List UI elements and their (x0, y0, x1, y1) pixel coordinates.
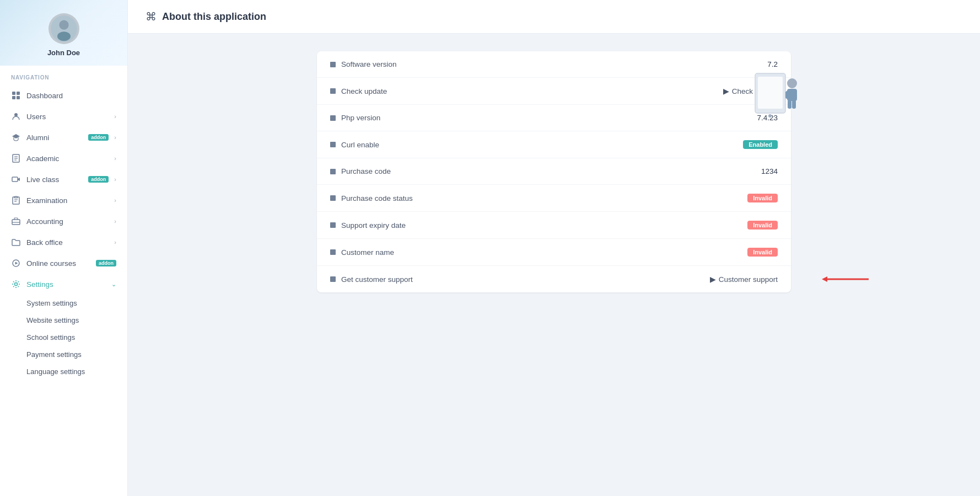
sidebar-item-settings[interactable]: Settings ⌄ (0, 274, 127, 295)
addon-badge-live-class: addon (88, 176, 109, 183)
bullet-icon (330, 222, 336, 228)
sidebar-item-live-class[interactable]: Live class addon › (0, 169, 127, 190)
command-icon: ⌘ (146, 10, 157, 23)
bullet-icon (330, 142, 336, 147)
page-title: About this application (162, 11, 266, 23)
row-php-version: Php version 7.4.23 (317, 105, 791, 131)
chevron-right-icon-accounting: › (114, 218, 116, 225)
page-header: ⌘ About this application (128, 0, 980, 34)
badge-enabled: Enabled (743, 140, 778, 149)
content-area: Software version 7.2 Check update ▶ Chec… (128, 34, 980, 310)
row-purchase-code-status: Purchase code status Invalid (317, 185, 791, 212)
addon-badge-online-courses: addon (96, 260, 116, 266)
svg-rect-29 (792, 100, 796, 109)
bullet-icon (330, 62, 336, 67)
bullet-icon (330, 249, 336, 255)
svg-rect-5 (12, 96, 15, 99)
sidebar-item-accounting[interactable]: Accounting › (0, 211, 127, 232)
sidebar-subitem-language-settings[interactable]: Language settings (0, 363, 127, 380)
bullet-icon (330, 115, 336, 121)
video-icon (11, 174, 21, 184)
main-content: ⌘ About this application (128, 0, 980, 496)
person-icon (11, 111, 21, 121)
sidebar-item-academic[interactable]: Academic › (0, 148, 127, 169)
badge-purchase-code-status: Invalid (747, 194, 778, 202)
sidebar-item-examination[interactable]: Examination › (0, 190, 127, 211)
sidebar-item-label-settings: Settings (26, 280, 106, 289)
sidebar-subitem-website-settings[interactable]: Website settings (0, 312, 127, 329)
label-support-expiry-date: Support expiry date (330, 221, 406, 230)
sidebar-item-label-online-courses: Online courses (26, 259, 90, 268)
nav-section-label: NAVIGATION (0, 66, 127, 85)
bullet-icon (330, 169, 336, 174)
svg-point-2 (57, 31, 71, 41)
chevron-right-icon-alumni: › (114, 134, 116, 141)
sidebar-subitem-system-settings[interactable]: System settings (0, 295, 127, 312)
svg-rect-3 (12, 92, 15, 95)
customer-support-button[interactable]: ▶ Customer support (710, 275, 778, 284)
bullet-icon (330, 195, 336, 201)
label-curl-enable: Curl enable (330, 141, 379, 149)
chevron-right-icon-live-class: › (114, 176, 116, 183)
value-php-version: 7.4.23 (757, 114, 778, 122)
svg-marker-31 (822, 276, 827, 282)
badge-customer-name: Invalid (747, 248, 778, 257)
chevron-right-icon-back-office: › (114, 239, 116, 246)
annotation-arrow (822, 273, 871, 285)
sidebar-item-label-users: Users (26, 113, 109, 121)
row-curl-enable: Curl enable Enabled (317, 131, 791, 158)
bullet-icon (330, 276, 336, 282)
label-php-version: Php version (330, 114, 380, 122)
avatar (49, 13, 79, 44)
chevron-right-icon-examination: › (114, 197, 116, 204)
addon-badge-alumni: addon (88, 134, 109, 141)
send-icon-support: ▶ (710, 275, 716, 284)
label-purchase-code: Purchase code (330, 167, 391, 175)
play-icon (11, 258, 21, 268)
graduation-icon (11, 132, 21, 142)
grid-icon (11, 90, 21, 100)
red-arrow-svg (822, 273, 871, 285)
svg-rect-12 (12, 177, 18, 182)
row-purchase-code: Purchase code 1234 (317, 158, 791, 185)
sidebar-item-dashboard[interactable]: Dashboard (0, 85, 127, 106)
chevron-right-icon: › (114, 113, 116, 120)
svg-rect-4 (17, 92, 20, 95)
sidebar-profile: John Doe (0, 0, 127, 66)
svg-rect-6 (17, 96, 20, 99)
row-support-expiry-date: Support expiry date Invalid (317, 212, 791, 239)
sidebar-item-label-dashboard: Dashboard (26, 92, 116, 100)
svg-point-1 (59, 20, 68, 30)
row-check-update: Check update ▶ Check update (317, 78, 791, 105)
sidebar-item-label-live-class: Live class (26, 175, 83, 184)
sidebar-item-back-office[interactable]: Back office › (0, 232, 127, 253)
badge-support-expiry-date: Invalid (747, 221, 778, 230)
send-icon: ▶ (723, 87, 729, 95)
label-software-version: Software version (330, 60, 397, 68)
sidebar-item-label-back-office: Back office (26, 238, 109, 247)
row-get-customer-support: Get customer support ▶ Customer support (317, 266, 791, 292)
sidebar-item-alumni[interactable]: Alumni addon › (0, 127, 127, 148)
settings-icon (11, 279, 21, 289)
profile-name: John Doe (47, 49, 80, 57)
folder-icon (11, 237, 21, 247)
svg-rect-27 (791, 91, 796, 99)
sidebar-item-users[interactable]: Users › (0, 106, 127, 127)
briefcase-icon (11, 216, 21, 226)
label-get-customer-support: Get customer support (330, 275, 413, 284)
sidebar-item-label-alumni: Alumni (26, 134, 83, 142)
sidebar-subitem-school-settings[interactable]: School settings (0, 329, 127, 346)
clipboard-icon (11, 195, 21, 205)
svg-point-20 (15, 283, 18, 286)
value-purchase-code: 1234 (761, 167, 778, 175)
book-icon (11, 153, 21, 163)
sidebar-item-online-courses[interactable]: Online courses addon (0, 253, 127, 274)
sidebar-subitem-payment-settings[interactable]: Payment settings (0, 346, 127, 363)
sidebar-item-label-accounting: Accounting (26, 217, 109, 226)
chevron-down-icon-settings: ⌄ (111, 281, 116, 288)
chevron-right-icon-academic: › (114, 155, 116, 162)
label-check-update: Check update (330, 87, 387, 95)
value-software-version: 7.2 (767, 60, 778, 68)
row-customer-name: Customer name Invalid (317, 239, 791, 266)
check-update-button[interactable]: ▶ Check update (723, 87, 778, 95)
